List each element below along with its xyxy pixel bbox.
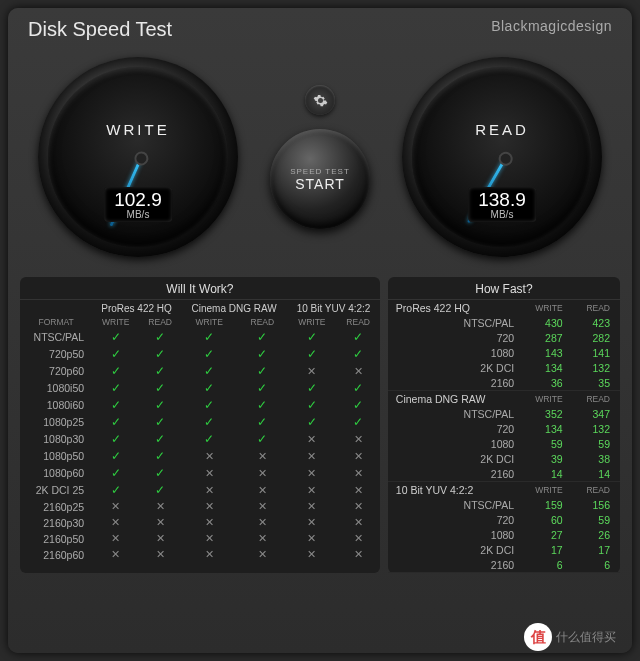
table-row: NTSC/PAL159156	[388, 497, 620, 512]
check-icon: ✓	[92, 448, 139, 465]
write-fps: 287	[520, 330, 572, 345]
write-fps: 27	[520, 527, 572, 542]
format-label: 720	[388, 330, 520, 345]
will-it-work-title: Will It Work?	[20, 277, 380, 300]
table-row: 1080p50✓✓✕✕✕✕	[20, 448, 380, 465]
table-row: 1080i60✓✓✓✓✓✓	[20, 397, 380, 414]
format-header: FORMAT	[20, 316, 92, 329]
format-label: 2160p60	[20, 547, 92, 563]
tables-row: Will It Work? ProRes 422 HQCinema DNG RA…	[8, 277, 632, 573]
table-row: 1080p25✓✓✓✓✓✓	[20, 414, 380, 431]
write-fps: 39	[520, 451, 572, 466]
table-row: NTSC/PAL✓✓✓✓✓✓	[20, 329, 380, 346]
check-icon: ✓	[139, 380, 181, 397]
cross-icon: ✕	[336, 531, 379, 547]
settings-button[interactable]	[305, 85, 335, 115]
format-label: 1080	[388, 345, 520, 360]
check-icon: ✓	[92, 329, 139, 346]
check-icon: ✓	[92, 431, 139, 448]
write-fps: 159	[520, 497, 572, 512]
format-label: 2160p30	[20, 515, 92, 531]
titlebar: Disk Speed Test Blackmagicdesign	[8, 8, 632, 47]
format-label: 1080p60	[20, 465, 92, 482]
brand-label: Blackmagicdesign	[491, 18, 612, 41]
how-fast-panel: How Fast? ProRes 422 HQWRITEREADNTSC/PAL…	[388, 277, 620, 573]
check-icon: ✓	[336, 346, 379, 363]
read-value: 138.9	[478, 189, 526, 211]
format-label: 2160p50	[20, 531, 92, 547]
check-icon: ✓	[92, 346, 139, 363]
table-row: 720p50✓✓✓✓✓✓	[20, 346, 380, 363]
check-icon: ✓	[139, 414, 181, 431]
check-icon: ✓	[237, 380, 287, 397]
format-label: 2K DCI	[388, 360, 520, 375]
format-label: 1080p25	[20, 414, 92, 431]
table-row: NTSC/PAL430423	[388, 315, 620, 330]
check-icon: ✓	[237, 397, 287, 414]
check-icon: ✓	[181, 329, 238, 346]
cross-icon: ✕	[336, 482, 379, 499]
read-fps: 132	[573, 360, 620, 375]
check-icon: ✓	[336, 380, 379, 397]
check-icon: ✓	[139, 363, 181, 380]
cross-icon: ✕	[287, 499, 336, 515]
format-label: 720	[388, 512, 520, 527]
check-icon: ✓	[92, 465, 139, 482]
check-icon: ✓	[139, 329, 181, 346]
sub-header: READ	[573, 300, 620, 315]
table-row: 2160p50✕✕✕✕✕✕	[20, 531, 380, 547]
check-icon: ✓	[92, 380, 139, 397]
check-icon: ✓	[336, 397, 379, 414]
cross-icon: ✕	[237, 515, 287, 531]
read-value-badge: 138.9 MB/s	[468, 187, 536, 222]
cross-icon: ✕	[287, 482, 336, 499]
check-icon: ✓	[139, 346, 181, 363]
read-fps: 347	[573, 406, 620, 421]
check-icon: ✓	[336, 329, 379, 346]
read-fps: 17	[573, 542, 620, 557]
app-window: Disk Speed Test Blackmagicdesign WRITE 1…	[8, 8, 632, 653]
write-gauge-label: WRITE	[48, 121, 228, 138]
read-fps: 282	[573, 330, 620, 345]
write-value-badge: 102.9 MB/s	[104, 187, 172, 222]
cross-icon: ✕	[181, 515, 238, 531]
read-fps: 141	[573, 345, 620, 360]
read-fps: 35	[573, 375, 620, 391]
sub-header: READ	[573, 391, 620, 407]
cross-icon: ✕	[181, 499, 238, 515]
center-controls: SPEED TEST START	[270, 85, 370, 229]
cross-icon: ✕	[181, 448, 238, 465]
cross-icon: ✕	[287, 448, 336, 465]
write-fps: 143	[520, 345, 572, 360]
cross-icon: ✕	[237, 531, 287, 547]
cross-icon: ✕	[181, 531, 238, 547]
check-icon: ✓	[237, 329, 287, 346]
check-icon: ✓	[336, 414, 379, 431]
check-icon: ✓	[181, 431, 238, 448]
write-fps: 352	[520, 406, 572, 421]
table-row: 2160p25✕✕✕✕✕✕	[20, 499, 380, 515]
write-fps: 17	[520, 542, 572, 557]
format-label: 2160	[388, 466, 520, 482]
cross-icon: ✕	[336, 465, 379, 482]
write-fps: 134	[520, 360, 572, 375]
write-fps: 59	[520, 436, 572, 451]
sub-header: WRITE	[520, 391, 572, 407]
cross-icon: ✕	[92, 499, 139, 515]
cross-icon: ✕	[92, 515, 139, 531]
format-label: 2K DCI	[388, 451, 520, 466]
format-label: NTSC/PAL	[388, 406, 520, 421]
format-label: 720p50	[20, 346, 92, 363]
cross-icon: ✕	[139, 515, 181, 531]
start-subtitle: SPEED TEST	[290, 167, 350, 176]
table-row: 1080p60✓✓✕✕✕✕	[20, 465, 380, 482]
will-it-work-panel: Will It Work? ProRes 422 HQCinema DNG RA…	[20, 277, 380, 573]
table-row: 216066	[388, 557, 620, 573]
table-row: 2K DCI134132	[388, 360, 620, 375]
read-fps: 38	[573, 451, 620, 466]
start-button[interactable]: SPEED TEST START	[270, 129, 370, 229]
table-row: 1080i50✓✓✓✓✓✓	[20, 380, 380, 397]
format-label: 2160	[388, 557, 520, 573]
format-label: NTSC/PAL	[388, 315, 520, 330]
start-label: START	[295, 176, 345, 192]
